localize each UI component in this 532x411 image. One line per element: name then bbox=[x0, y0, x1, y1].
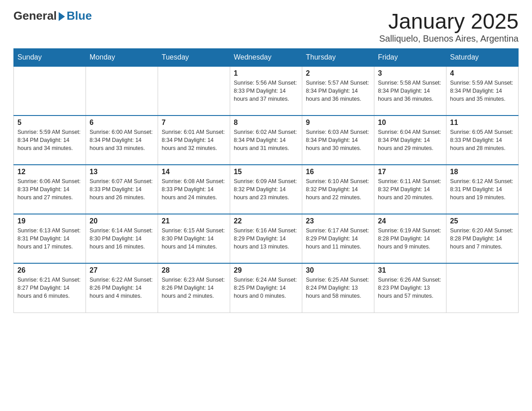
calendar-cell: 13Sunrise: 6:07 AM Sunset: 8:33 PM Dayli… bbox=[86, 165, 158, 214]
day-number: 2 bbox=[306, 69, 370, 77]
day-number: 4 bbox=[450, 69, 515, 77]
day-info: Sunrise: 6:16 AM Sunset: 8:29 PM Dayligh… bbox=[234, 227, 298, 251]
day-info: Sunrise: 6:09 AM Sunset: 8:32 PM Dayligh… bbox=[234, 177, 298, 201]
day-number: 28 bbox=[162, 266, 226, 274]
logo-general-text: General bbox=[13, 9, 57, 23]
week-row: 19Sunrise: 6:13 AM Sunset: 8:31 PM Dayli… bbox=[14, 214, 519, 263]
calendar-cell: 19Sunrise: 6:13 AM Sunset: 8:31 PM Dayli… bbox=[14, 214, 86, 263]
day-info: Sunrise: 6:14 AM Sunset: 8:30 PM Dayligh… bbox=[90, 227, 154, 251]
calendar-cell bbox=[14, 66, 86, 116]
calendar-cell: 8Sunrise: 6:02 AM Sunset: 8:34 PM Daylig… bbox=[230, 116, 302, 165]
calendar-cell: 28Sunrise: 6:23 AM Sunset: 8:26 PM Dayli… bbox=[158, 263, 230, 313]
day-of-week-header: Friday bbox=[374, 49, 446, 67]
day-number: 5 bbox=[17, 119, 82, 127]
calendar-cell: 30Sunrise: 6:25 AM Sunset: 8:24 PM Dayli… bbox=[302, 263, 374, 313]
day-info: Sunrise: 6:22 AM Sunset: 8:26 PM Dayligh… bbox=[90, 276, 154, 300]
day-info: Sunrise: 6:26 AM Sunset: 8:23 PM Dayligh… bbox=[378, 276, 442, 300]
page-header: General Blue January 2025 Salliquelo, Bu… bbox=[13, 9, 519, 44]
day-number: 11 bbox=[450, 119, 515, 127]
calendar-cell: 1Sunrise: 5:56 AM Sunset: 8:33 PM Daylig… bbox=[230, 66, 302, 116]
title-area: January 2025 Salliquelo, Buenos Aires, A… bbox=[379, 9, 519, 44]
day-info: Sunrise: 6:10 AM Sunset: 8:32 PM Dayligh… bbox=[306, 177, 370, 201]
calendar-subtitle: Salliquelo, Buenos Aires, Argentina bbox=[379, 34, 519, 44]
calendar-cell: 24Sunrise: 6:19 AM Sunset: 8:28 PM Dayli… bbox=[374, 214, 446, 263]
calendar-cell bbox=[158, 66, 230, 116]
day-number: 16 bbox=[306, 168, 370, 176]
day-number: 18 bbox=[450, 168, 515, 176]
day-info: Sunrise: 6:11 AM Sunset: 8:32 PM Dayligh… bbox=[378, 177, 442, 201]
calendar-cell: 5Sunrise: 5:59 AM Sunset: 8:34 PM Daylig… bbox=[14, 116, 86, 165]
day-of-week-header: Thursday bbox=[302, 49, 374, 67]
day-info: Sunrise: 6:04 AM Sunset: 8:34 PM Dayligh… bbox=[378, 128, 442, 152]
day-of-week-header: Wednesday bbox=[230, 49, 302, 67]
header-row: SundayMondayTuesdayWednesdayThursdayFrid… bbox=[14, 49, 519, 67]
logo-arrow-icon bbox=[59, 12, 65, 21]
calendar-cell: 16Sunrise: 6:10 AM Sunset: 8:32 PM Dayli… bbox=[302, 165, 374, 214]
calendar-cell: 9Sunrise: 6:03 AM Sunset: 8:34 PM Daylig… bbox=[302, 116, 374, 165]
day-number: 8 bbox=[234, 119, 298, 127]
day-info: Sunrise: 5:58 AM Sunset: 8:34 PM Dayligh… bbox=[378, 79, 442, 103]
day-number: 6 bbox=[90, 119, 154, 127]
day-info: Sunrise: 6:24 AM Sunset: 8:25 PM Dayligh… bbox=[234, 276, 298, 300]
day-number: 23 bbox=[306, 217, 370, 225]
calendar-cell: 18Sunrise: 6:12 AM Sunset: 8:31 PM Dayli… bbox=[446, 165, 519, 214]
day-number: 21 bbox=[162, 217, 226, 225]
day-info: Sunrise: 5:59 AM Sunset: 8:34 PM Dayligh… bbox=[450, 79, 515, 103]
day-info: Sunrise: 5:56 AM Sunset: 8:33 PM Dayligh… bbox=[234, 79, 298, 103]
calendar-cell: 4Sunrise: 5:59 AM Sunset: 8:34 PM Daylig… bbox=[446, 66, 519, 116]
calendar-cell: 12Sunrise: 6:06 AM Sunset: 8:33 PM Dayli… bbox=[14, 165, 86, 214]
day-number: 29 bbox=[234, 266, 298, 274]
day-number: 1 bbox=[234, 69, 298, 77]
day-info: Sunrise: 5:57 AM Sunset: 8:34 PM Dayligh… bbox=[306, 79, 370, 103]
calendar-cell bbox=[446, 263, 519, 313]
day-info: Sunrise: 6:02 AM Sunset: 8:34 PM Dayligh… bbox=[234, 128, 298, 152]
day-info: Sunrise: 6:15 AM Sunset: 8:30 PM Dayligh… bbox=[162, 227, 226, 251]
day-number: 22 bbox=[234, 217, 298, 225]
day-info: Sunrise: 6:01 AM Sunset: 8:34 PM Dayligh… bbox=[162, 128, 226, 152]
day-number: 25 bbox=[450, 217, 515, 225]
calendar-cell: 29Sunrise: 6:24 AM Sunset: 8:25 PM Dayli… bbox=[230, 263, 302, 313]
week-row: 26Sunrise: 6:21 AM Sunset: 8:27 PM Dayli… bbox=[14, 263, 519, 313]
logo: General Blue bbox=[13, 9, 92, 23]
day-number: 7 bbox=[162, 119, 226, 127]
day-number: 19 bbox=[17, 217, 82, 225]
calendar-cell: 15Sunrise: 6:09 AM Sunset: 8:32 PM Dayli… bbox=[230, 165, 302, 214]
day-number: 26 bbox=[17, 266, 82, 274]
calendar-cell: 22Sunrise: 6:16 AM Sunset: 8:29 PM Dayli… bbox=[230, 214, 302, 263]
calendar-cell: 7Sunrise: 6:01 AM Sunset: 8:34 PM Daylig… bbox=[158, 116, 230, 165]
day-info: Sunrise: 6:08 AM Sunset: 8:33 PM Dayligh… bbox=[162, 177, 226, 201]
day-info: Sunrise: 6:19 AM Sunset: 8:28 PM Dayligh… bbox=[378, 227, 442, 251]
day-info: Sunrise: 6:05 AM Sunset: 8:33 PM Dayligh… bbox=[450, 128, 515, 152]
day-number: 17 bbox=[378, 168, 442, 176]
calendar-cell: 6Sunrise: 6:00 AM Sunset: 8:34 PM Daylig… bbox=[86, 116, 158, 165]
day-info: Sunrise: 6:21 AM Sunset: 8:27 PM Dayligh… bbox=[17, 276, 82, 300]
day-number: 27 bbox=[90, 266, 154, 274]
day-of-week-header: Tuesday bbox=[158, 49, 230, 67]
day-info: Sunrise: 6:07 AM Sunset: 8:33 PM Dayligh… bbox=[90, 177, 154, 201]
day-number: 24 bbox=[378, 217, 442, 225]
calendar-cell: 20Sunrise: 6:14 AM Sunset: 8:30 PM Dayli… bbox=[86, 214, 158, 263]
day-number: 15 bbox=[234, 168, 298, 176]
calendar-cell: 11Sunrise: 6:05 AM Sunset: 8:33 PM Dayli… bbox=[446, 116, 519, 165]
calendar-cell: 14Sunrise: 6:08 AM Sunset: 8:33 PM Dayli… bbox=[158, 165, 230, 214]
day-number: 20 bbox=[90, 217, 154, 225]
day-number: 13 bbox=[90, 168, 154, 176]
week-row: 1Sunrise: 5:56 AM Sunset: 8:33 PM Daylig… bbox=[14, 66, 519, 116]
day-number: 30 bbox=[306, 266, 370, 274]
day-number: 12 bbox=[17, 168, 82, 176]
calendar-cell: 23Sunrise: 6:17 AM Sunset: 8:29 PM Dayli… bbox=[302, 214, 374, 263]
calendar-table: SundayMondayTuesdayWednesdayThursdayFrid… bbox=[13, 48, 519, 313]
day-info: Sunrise: 5:59 AM Sunset: 8:34 PM Dayligh… bbox=[17, 128, 82, 152]
calendar-cell: 31Sunrise: 6:26 AM Sunset: 8:23 PM Dayli… bbox=[374, 263, 446, 313]
day-info: Sunrise: 6:17 AM Sunset: 8:29 PM Dayligh… bbox=[306, 227, 370, 251]
day-info: Sunrise: 6:12 AM Sunset: 8:31 PM Dayligh… bbox=[450, 177, 515, 201]
logo-blue-text: Blue bbox=[67, 9, 92, 23]
week-row: 5Sunrise: 5:59 AM Sunset: 8:34 PM Daylig… bbox=[14, 116, 519, 165]
day-of-week-header: Sunday bbox=[14, 49, 86, 67]
day-info: Sunrise: 6:03 AM Sunset: 8:34 PM Dayligh… bbox=[306, 128, 370, 152]
day-info: Sunrise: 6:06 AM Sunset: 8:33 PM Dayligh… bbox=[17, 177, 82, 201]
day-info: Sunrise: 6:23 AM Sunset: 8:26 PM Dayligh… bbox=[162, 276, 226, 300]
calendar-cell bbox=[86, 66, 158, 116]
calendar-cell: 27Sunrise: 6:22 AM Sunset: 8:26 PM Dayli… bbox=[86, 263, 158, 313]
day-info: Sunrise: 6:13 AM Sunset: 8:31 PM Dayligh… bbox=[17, 227, 82, 251]
